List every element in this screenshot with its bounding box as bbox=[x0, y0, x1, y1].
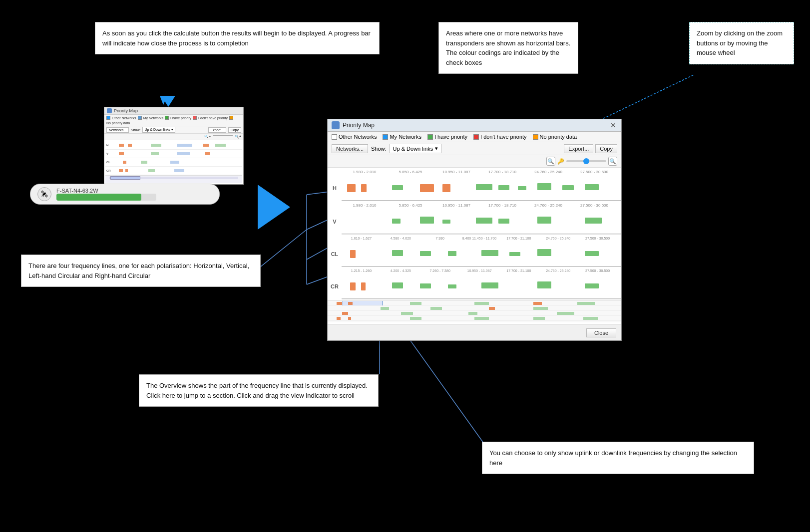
ov-bar-11 bbox=[342, 312, 348, 315]
label-cl: CL bbox=[328, 251, 342, 257]
toolbar-left: Networks... Show: Up & Down links ▾ bbox=[332, 144, 441, 153]
freq-row-v: V bbox=[328, 209, 621, 235]
small-export-btn[interactable]: Export... bbox=[208, 127, 226, 133]
small-window-icon bbox=[107, 108, 112, 113]
freq-row-cl: CL bbox=[328, 241, 621, 267]
label-cr: CR bbox=[328, 283, 342, 289]
small-bar-cr bbox=[112, 167, 241, 174]
ov-bar-5 bbox=[533, 302, 542, 305]
fn-cr1: 1.215 - 1.260 bbox=[342, 269, 381, 272]
small-copy-btn[interactable]: Copy bbox=[228, 127, 241, 133]
small-bar-v bbox=[112, 150, 241, 157]
large-window-title: Priority Map bbox=[343, 122, 375, 129]
ov-bar-18 bbox=[474, 317, 489, 320]
cb-priority bbox=[165, 116, 169, 120]
small-window-toolbar: Other Networks My Networks I have priori… bbox=[104, 115, 243, 126]
export-btn[interactable]: Export... bbox=[564, 144, 593, 153]
close-row: Close bbox=[328, 324, 621, 340]
bar-cr-h bbox=[585, 283, 599, 288]
tooltip-calculate-text: As soon as you click the calculate butto… bbox=[102, 29, 371, 47]
cb-no-priority-text: I don't have priority bbox=[480, 134, 527, 140]
overview-area[interactable] bbox=[328, 300, 621, 322]
ov-bar-12 bbox=[401, 312, 413, 315]
bar-h-a bbox=[347, 184, 356, 192]
bar-v2 bbox=[151, 152, 158, 155]
bar-v-c bbox=[442, 220, 451, 224]
bar-h-f bbox=[476, 184, 493, 190]
bar-v-f bbox=[537, 217, 551, 224]
small-label-h: H bbox=[106, 144, 112, 147]
small-bar-cl bbox=[112, 159, 241, 166]
networks-btn[interactable]: Networks... bbox=[332, 144, 368, 153]
cb-item-other: Other Networks bbox=[332, 134, 377, 140]
cb-my-networks bbox=[138, 116, 142, 120]
show-dropdown[interactable]: Up & Down links ▾ bbox=[390, 144, 442, 153]
ov-bar-20 bbox=[583, 317, 598, 320]
small-zoom-minus: 🔍− bbox=[204, 135, 211, 139]
freq-line-h bbox=[342, 200, 621, 201]
chart-area: 1.980 - 2.010 5.850 - 6.425 10.950 - 11.… bbox=[328, 168, 621, 324]
small-freq-h: H bbox=[105, 141, 242, 150]
fn-cr4: 10.950 - 11.087 bbox=[460, 269, 499, 272]
tooltip-zoom: Zoom by clicking on the zoom buttons or … bbox=[689, 22, 794, 64]
progress-icon: 🛰 bbox=[37, 187, 51, 201]
bar-h6 bbox=[215, 144, 226, 147]
tooltip-polarisations: There are four frequency lines, one for … bbox=[21, 255, 261, 287]
small-show-value: Up & Down links ▾ bbox=[142, 127, 175, 133]
ov-row-3 bbox=[328, 311, 621, 316]
small-show-label: Show: bbox=[131, 128, 140, 132]
small-freq-cl: CL bbox=[105, 158, 242, 167]
satellite-name: F-SAT-N4-63.2W bbox=[56, 188, 156, 194]
cb-no-priority-label: I don't have priority bbox=[198, 116, 228, 120]
small-zoom-line bbox=[213, 135, 233, 136]
fn-cr5: 17.700 - 21.100 bbox=[499, 269, 538, 272]
freq-line-v bbox=[342, 234, 621, 234]
bar-cr1 bbox=[119, 169, 123, 172]
fn-cl3: 7.930 bbox=[420, 237, 460, 240]
small-bar-h bbox=[112, 142, 241, 149]
tooltip-polarisations-text: There are four frequency lines, one for … bbox=[28, 262, 249, 279]
cb-other[interactable] bbox=[332, 134, 337, 140]
cb-have-priority[interactable] bbox=[427, 134, 433, 140]
ov-bar-14 bbox=[557, 312, 574, 315]
cb-my[interactable] bbox=[383, 134, 388, 140]
close-button[interactable]: ✕ bbox=[609, 121, 617, 129]
cb-no-data[interactable] bbox=[533, 134, 538, 140]
small-label-v: V bbox=[106, 152, 112, 155]
large-window-icon bbox=[332, 121, 340, 129]
zoom-out-btn[interactable]: 🔍 bbox=[546, 157, 555, 166]
ov-row-4 bbox=[328, 316, 621, 321]
fn-cl1: 1.610 - 1.627 bbox=[342, 237, 381, 240]
zoom-key-icon: 🔑 bbox=[557, 158, 564, 165]
ov-bar-3 bbox=[410, 302, 422, 305]
ov-bar-2 bbox=[348, 302, 353, 305]
ov-row-2 bbox=[328, 306, 621, 311]
bar-cr3 bbox=[148, 169, 155, 172]
zoom-in-btn[interactable]: 🔍 bbox=[608, 157, 617, 166]
large-priority-map-window: Priority Map ✕ Other Networks My Network… bbox=[327, 119, 622, 341]
cb-no-data-text: No priority data bbox=[540, 134, 577, 140]
bar-cl-f bbox=[509, 252, 520, 256]
titlebar-left: Priority Map bbox=[332, 121, 375, 129]
bar-v4 bbox=[205, 152, 210, 155]
freq-numbers-v: 1.980 - 2.010 5.850 - 6.425 10.950 - 11.… bbox=[328, 203, 621, 208]
cb-no-data bbox=[229, 116, 233, 120]
small-window-subtoolbar: Networks... Show: Up & Down links ▾ Expo… bbox=[104, 126, 243, 134]
tooltip-network-bars-text: Areas where one or more networks have tr… bbox=[446, 29, 570, 66]
bar-cl-h bbox=[585, 251, 599, 256]
bar-h-j bbox=[562, 185, 573, 190]
bar-v-d bbox=[476, 218, 493, 224]
ov-bar-13 bbox=[468, 312, 477, 315]
copy-btn[interactable]: Copy bbox=[595, 144, 617, 153]
small-window-titlebar: Priority Map bbox=[104, 107, 243, 115]
zoom-slider[interactable] bbox=[566, 160, 606, 162]
tooltip-overview: The Overview shows the part of the frequ… bbox=[139, 374, 379, 407]
small-freq-cr: CR bbox=[105, 167, 242, 175]
close-window-btn[interactable]: Close bbox=[586, 328, 616, 337]
ov-bar-9 bbox=[489, 307, 495, 310]
small-networks-btn[interactable]: Networks... bbox=[106, 127, 129, 133]
fn-cl5: 17.700 - 21.100 bbox=[499, 237, 538, 240]
zoom-thumb bbox=[583, 158, 589, 164]
cb-no-priority bbox=[193, 116, 197, 120]
cb-no-priority[interactable] bbox=[473, 134, 479, 140]
